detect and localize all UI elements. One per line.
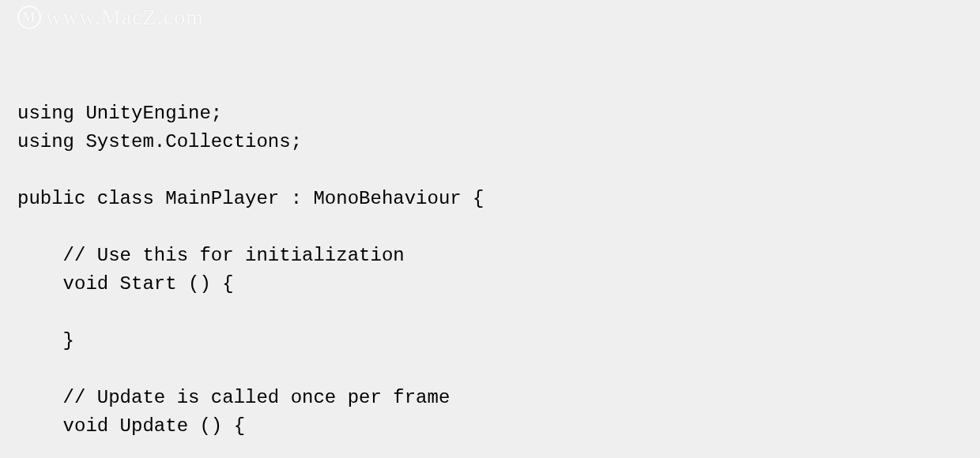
watermark: M www.MacZ.com	[17, 3, 204, 32]
watermark-logo-icon: M	[17, 6, 41, 29]
code-text: using UnityEngine; using System.Collecti…	[17, 99, 963, 458]
watermark-text: www.MacZ.com	[46, 3, 204, 32]
code-block: M www.MacZ.com using UnityEngine; using …	[0, 0, 980, 458]
